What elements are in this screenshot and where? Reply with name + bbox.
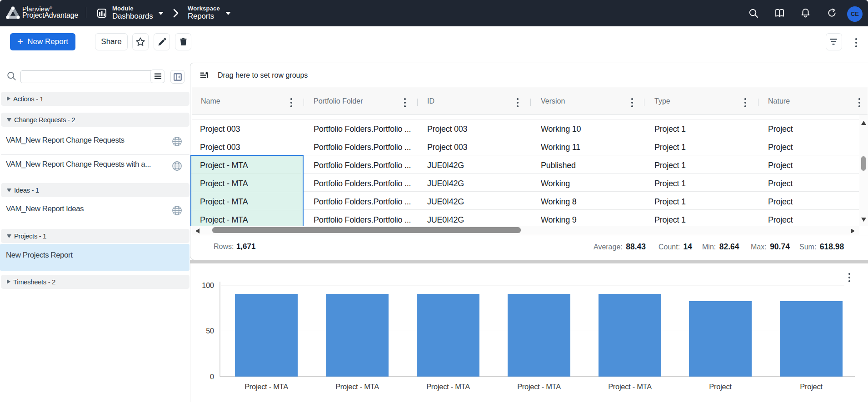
svg-text:Project - MTA: Project - MTA xyxy=(517,382,561,391)
svg-text:Project - MTA: Project - MTA xyxy=(608,382,652,391)
svg-text:Project: Project xyxy=(800,382,823,391)
svg-text:Project - MTA: Project - MTA xyxy=(244,382,288,391)
svg-text:0: 0 xyxy=(210,373,214,381)
svg-text:50: 50 xyxy=(206,327,214,335)
svg-text:100: 100 xyxy=(202,282,214,289)
svg-text:Project - MTA: Project - MTA xyxy=(426,382,470,391)
svg-text:Project - MTA: Project - MTA xyxy=(335,382,379,391)
svg-text:Project: Project xyxy=(709,382,732,391)
